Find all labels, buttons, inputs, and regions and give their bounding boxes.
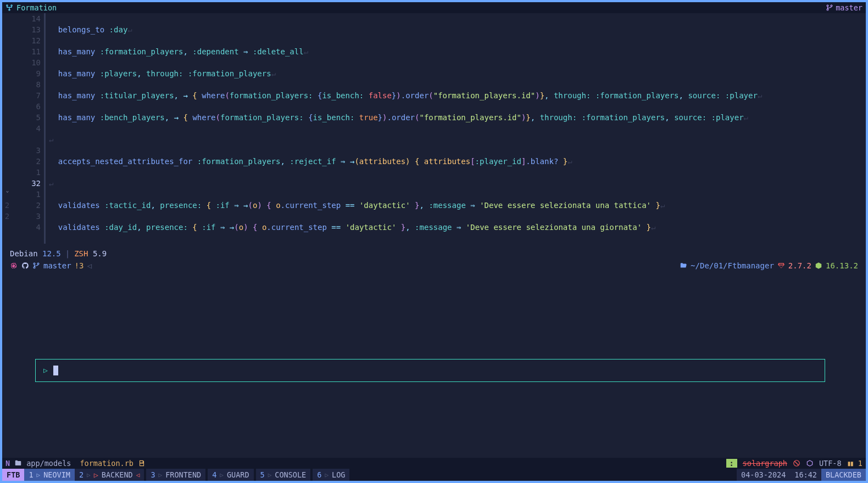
svg-point-5 (831, 5, 832, 7)
save-icon (138, 459, 146, 468)
tmux-tab-6[interactable]: 6▷LOG (313, 469, 349, 481)
tmux-bar: FTB 1▷NEOVIM 2▷▷BACKEND◁ 3▷FRONTEND 4▷GU… (2, 469, 866, 481)
line-gutter: 1413121110987654321321234 (12, 13, 44, 244)
tmux-tab-2[interactable]: 2▷▷BACKEND◁ (75, 469, 144, 481)
code-content[interactable]: belongs_to :day↵ has_many :formation_pla… (46, 13, 866, 244)
class-name: Formation (16, 3, 57, 12)
svg-point-0 (7, 5, 8, 6)
svg-point-4 (827, 9, 828, 10)
branch-icon (826, 3, 833, 12)
debian-icon: ֎ (10, 260, 18, 271)
cells-icon: ▮▮ (847, 459, 853, 468)
tmux-time: 16:42 (790, 469, 821, 481)
statusline: N app/models formation.rb : solargraph U… (2, 458, 866, 469)
prompt-cursor (53, 366, 58, 375)
svg-point-8 (37, 263, 39, 265)
prompt-tri-icon: ▷ (43, 365, 48, 376)
git-branch-icon (32, 260, 40, 271)
svg-point-1 (11, 5, 12, 6)
prompt-input-box[interactable]: ▷ (35, 359, 825, 382)
term-prompt-right: ~/De/01/Ftbmanager 2.7.2 16.13.2 (680, 260, 858, 271)
code-editor[interactable]: ˅22 1413121110987654321321234 belongs_to… (2, 13, 866, 244)
term-prompt-left: ֎ master !3 ◁ (10, 260, 92, 271)
terminal-pane[interactable]: Debian 12.5 | ZSH 5.9 ֎ master !3 ◁ ~/De… (2, 244, 866, 458)
editor-winbar: Formation master (2, 2, 866, 13)
ruby-icon (777, 260, 785, 271)
class-icon (5, 3, 13, 12)
tmux-host: BLACKDEB (821, 469, 866, 481)
tmux-tab-1[interactable]: 1▷NEOVIM (24, 469, 75, 481)
svg-point-7 (34, 267, 35, 268)
svg-point-3 (827, 5, 828, 7)
folder-open-icon (680, 260, 687, 271)
tmux-session[interactable]: FTB (2, 469, 24, 481)
tmux-tab-5[interactable]: 5▷CONSOLE (256, 469, 311, 481)
encoding-icon (806, 459, 814, 468)
branch-name: master (836, 3, 863, 12)
github-icon (21, 260, 29, 271)
tmux-date: 04-03-2024 (737, 469, 790, 481)
mode-indicator: N (5, 459, 10, 468)
term-banner: Debian 12.5 | ZSH 5.9 (10, 248, 858, 259)
svg-point-6 (34, 263, 35, 265)
lsp-state: : (726, 459, 737, 468)
sign-column: ˅22 (2, 13, 12, 244)
lsp-error-icon (793, 459, 800, 468)
folder-icon (14, 459, 22, 468)
tmux-tab-3[interactable]: 3▷FRONTEND (146, 469, 205, 481)
node-icon (815, 260, 822, 271)
svg-point-2 (9, 9, 10, 10)
lsp-name: solargraph (743, 459, 787, 468)
tmux-tab-4[interactable]: 4▷GUARD (208, 469, 253, 481)
